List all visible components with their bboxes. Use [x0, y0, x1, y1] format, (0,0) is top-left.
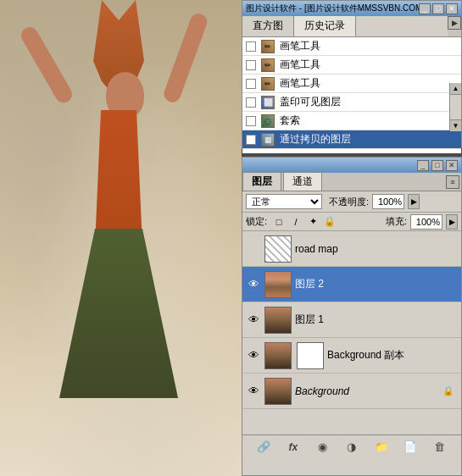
- layers-bottom-bar: 🔗 fx ◉ ◑ 📁 📄 🗑: [242, 434, 461, 458]
- layer-item[interactable]: 👁 Background 副本: [242, 338, 461, 374]
- opacity-label: 不透明度:: [329, 196, 369, 208]
- photo-canvas: [0, 0, 242, 476]
- layers-menu-button[interactable]: ≡: [446, 175, 459, 189]
- layer-thumbnail: [264, 307, 292, 334]
- history-list: ✏ 画笔工具 ✏ 画笔工具 ✏ 画笔工具 ⬜ 盖印可见图层 ◌ 套索 ▦ 通过拷…: [242, 37, 461, 153]
- layer-thumbnail: [264, 271, 292, 298]
- layer-visibility-toggle[interactable]: [246, 241, 261, 257]
- close-button[interactable]: ✕: [446, 3, 458, 14]
- layers-maximize-button[interactable]: □: [431, 160, 443, 171]
- layers-minimize-button[interactable]: _: [417, 160, 429, 171]
- lock-transparent-icon[interactable]: □: [272, 215, 286, 229]
- history-content: ✏ 画笔工具 ✏ 画笔工具 ✏ 画笔工具 ⬜ 盖印可见图层 ◌ 套索 ▦ 通过拷…: [242, 37, 461, 153]
- maximize-button[interactable]: □: [432, 3, 444, 14]
- history-item-icon: ✏: [261, 77, 275, 91]
- lock-move-icon[interactable]: ✦: [306, 215, 320, 229]
- tab-channels[interactable]: 通道: [283, 172, 322, 191]
- layer-mask-thumbnail: [297, 342, 324, 369]
- opacity-input[interactable]: [372, 194, 404, 209]
- layers-close-button[interactable]: ✕: [446, 160, 458, 171]
- history-item-icon: ⬜: [261, 96, 275, 109]
- layer-thumbnail: [264, 342, 292, 369]
- history-item-name: 画笔工具: [280, 76, 320, 91]
- minimize-button[interactable]: _: [419, 3, 431, 14]
- layer-lock-icon: 🔒: [443, 385, 458, 396]
- new-group-button[interactable]: 📁: [372, 438, 391, 457]
- opacity-arrow-button[interactable]: ▶: [408, 194, 420, 209]
- fill-input[interactable]: [410, 214, 443, 230]
- layer-name: road map: [295, 243, 451, 255]
- lock-all-icon[interactable]: 🔒: [323, 215, 337, 229]
- history-panel: 图片设计软件 - [图片设计软件MMSSVBN.COM] _ □ ✕ 直方图 历…: [242, 0, 462, 148]
- scroll-up-button[interactable]: ▲: [450, 83, 461, 95]
- tab-history[interactable]: 历史记录: [294, 16, 356, 36]
- link-layers-button[interactable]: 🔗: [254, 438, 273, 457]
- history-item-checkbox[interactable]: [246, 42, 256, 52]
- layers-list: road map 👁 图层 2 👁 图层 1 👁 Background 副本 👁…: [242, 231, 461, 434]
- history-item-name: 盖印可见图层: [280, 95, 341, 109]
- fill-label: 填充:: [386, 215, 407, 228]
- delete-layer-button[interactable]: 🗑: [431, 438, 449, 457]
- new-layer-button[interactable]: 📄: [401, 438, 420, 457]
- history-item[interactable]: ✏ 画笔工具: [242, 37, 461, 56]
- history-item-icon: ✏: [261, 40, 275, 53]
- layer-visibility-toggle[interactable]: 👁: [246, 277, 261, 292]
- layer-item[interactable]: 👁 图层 2: [242, 267, 461, 302]
- history-item-checkbox[interactable]: [246, 60, 256, 70]
- history-item-name: 画笔工具: [280, 39, 320, 53]
- history-item-checkbox[interactable]: [246, 135, 256, 145]
- history-tabs: 直方图 历史记录 ▶: [242, 16, 461, 37]
- layer-name: 图层 1: [295, 313, 451, 327]
- history-item[interactable]: ⬜ 盖印可见图层: [242, 93, 461, 112]
- tab-histogram[interactable]: 直方图: [242, 16, 294, 36]
- history-title-text: 图片设计软件 - [图片设计软件MMSSVBN.COM]: [246, 3, 419, 14]
- lock-label: 锁定:: [246, 215, 267, 228]
- history-scrollbar[interactable]: ▲ ▼: [449, 83, 461, 131]
- history-item[interactable]: ◌ 套索: [242, 112, 461, 130]
- layer-item[interactable]: 👁 图层 1: [242, 302, 461, 338]
- history-item-name: 画笔工具: [280, 58, 320, 72]
- scroll-down-button[interactable]: ▼: [450, 119, 461, 131]
- dancer-figure: [34, 0, 203, 474]
- layer-name: Background 副本: [327, 348, 451, 363]
- lock-brush-icon[interactable]: /: [289, 215, 303, 229]
- layer-name: 图层 2: [295, 277, 451, 291]
- blend-mode-select[interactable]: 正常: [246, 194, 322, 209]
- layer-item[interactable]: 👁 Background 🔒: [242, 374, 461, 409]
- fill-arrow-button[interactable]: ▶: [446, 214, 458, 230]
- layers-controls: 正常 不透明度: ▶: [242, 191, 461, 213]
- adjustment-layer-button[interactable]: ◑: [342, 438, 361, 457]
- layers-lock-row: 锁定: □ / ✦ 🔒 填充: ▶: [242, 213, 461, 231]
- layer-thumbnail: [264, 235, 292, 263]
- layer-mask-button[interactable]: ◉: [313, 438, 331, 457]
- history-menu-button[interactable]: ▶: [448, 16, 461, 30]
- layer-name: Background: [295, 385, 439, 397]
- layers-panel: _ □ ✕ 图层 通道 ≡ 正常 不透明度: ▶ 锁定: □ / ✦ 🔒 填充:…: [242, 157, 462, 476]
- history-item-name: 套索: [280, 113, 300, 128]
- history-item[interactable]: ✏ 画笔工具: [242, 56, 461, 75]
- history-item-checkbox[interactable]: [246, 97, 256, 108]
- layer-effects-button[interactable]: fx: [284, 438, 303, 457]
- history-item[interactable]: ▦ 通过拷贝的图层: [242, 130, 461, 149]
- history-item-icon: ▦: [261, 133, 275, 147]
- layers-tabs: 图层 通道 ≡: [242, 173, 461, 191]
- layers-titlebar: _ □ ✕: [242, 158, 461, 173]
- history-item-checkbox[interactable]: [246, 116, 256, 126]
- layer-visibility-toggle[interactable]: 👁: [246, 384, 261, 399]
- history-titlebar: 图片设计软件 - [图片设计软件MMSSVBN.COM] _ □ ✕: [242, 1, 461, 16]
- layer-visibility-toggle[interactable]: 👁: [246, 348, 261, 363]
- history-item[interactable]: ✏ 画笔工具: [242, 75, 461, 93]
- history-item-checkbox[interactable]: [246, 79, 256, 89]
- layer-thumbnail: [264, 378, 292, 405]
- tab-layers[interactable]: 图层: [242, 172, 281, 191]
- layer-item[interactable]: road map: [242, 231, 461, 267]
- history-item-icon: ✏: [261, 58, 275, 72]
- layer-visibility-toggle[interactable]: 👁: [246, 313, 261, 328]
- history-item-name: 通过拷贝的图层: [280, 132, 351, 147]
- history-item-icon: ◌: [261, 114, 275, 128]
